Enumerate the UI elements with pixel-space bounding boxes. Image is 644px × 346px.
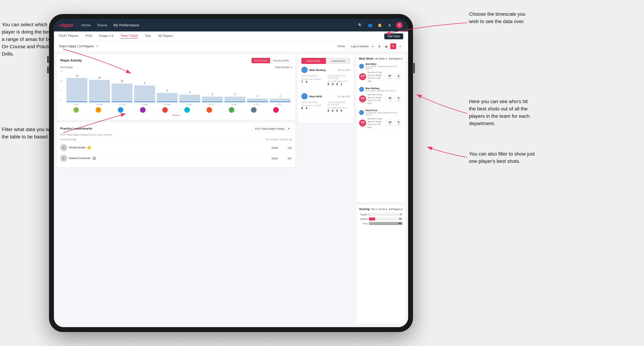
sub-nav-right: Add Team bbox=[384, 33, 403, 39]
add-team-button[interactable]: Add Team bbox=[384, 33, 403, 39]
scoring-bar-fill bbox=[369, 217, 375, 220]
rank-badge: 1 bbox=[88, 146, 91, 149]
view-heart-button[interactable]: ♥ bbox=[390, 43, 396, 49]
chart-bar-D.Ford: 10 D. Ford bbox=[112, 80, 132, 105]
player-avatar bbox=[301, 67, 308, 73]
tab-on-course[interactable]: On Course bbox=[252, 58, 270, 63]
shot-distances: 67 yds 0 yds bbox=[386, 73, 402, 80]
sub-nav: PGAT Players PGA Hcaps 1-5 Team Clippd T… bbox=[54, 31, 408, 41]
chevron-down-icon: ▾ bbox=[401, 208, 402, 211]
chevron-right-icon[interactable]: › bbox=[402, 111, 402, 114]
player-avatar-9[interactable]: L bbox=[273, 107, 279, 113]
shot-details: Shot Dist: 16 ydsStart Lie: RoughEnd Lie… bbox=[368, 117, 385, 129]
nav-link-teams[interactable]: Teams bbox=[97, 23, 107, 27]
nav-link-myperformance[interactable]: My Performance bbox=[114, 23, 139, 27]
player-name: David Ford bbox=[366, 109, 402, 112]
pb-score: 18/20 bbox=[264, 157, 278, 160]
bar-accent bbox=[180, 102, 200, 102]
player-avatar-0[interactable]: B bbox=[73, 107, 79, 113]
people-icon[interactable]: 👥 bbox=[367, 22, 373, 28]
view-card-button[interactable]: ▦ bbox=[383, 43, 389, 49]
scoring-header: Scoring Par 3, 4 & 5s ▾ All Players ▾ bbox=[359, 208, 402, 211]
shot-entry: Matt Miller 09 Jun 2023 · Royal North De… bbox=[359, 63, 402, 85]
scoring-players-filter[interactable]: All Players ▾ bbox=[389, 208, 402, 211]
table-row: E Edward Crossman 2 18/20 107 bbox=[60, 153, 292, 164]
chevron-right-icon[interactable]: › bbox=[402, 65, 402, 68]
bar-fill bbox=[202, 97, 223, 102]
subnav-pgat-players[interactable]: PGAT Players bbox=[59, 34, 78, 38]
subnav-all-players[interactable]: All Players bbox=[158, 34, 173, 38]
tab-least-active[interactable]: Least Active bbox=[326, 58, 350, 64]
course-info: 09 Jun 2023 · Royal North Devon GC, Hole… bbox=[366, 65, 402, 70]
best-shots-players-filter[interactable]: All Players ▾ bbox=[389, 57, 402, 60]
bar-fill bbox=[134, 85, 155, 102]
table-row: R Richard Butler 1 19/20 110 bbox=[60, 142, 292, 153]
tab-most-active[interactable]: Most Active bbox=[301, 58, 326, 64]
player-avatar-2[interactable]: D bbox=[118, 107, 123, 113]
nav-links: Home Teams My Performance bbox=[82, 23, 357, 27]
annotation-top-right: Choose the timescale you wish to see the… bbox=[469, 10, 528, 25]
player-activity-header: Player Activity On Course Practice Drill… bbox=[60, 58, 292, 63]
chart-bar-O.Billingham: 4 O. Billingham bbox=[180, 91, 200, 105]
left-column: Player Activity On Course Practice Drill… bbox=[57, 54, 296, 324]
player-avatar-1[interactable]: B bbox=[96, 107, 101, 113]
player-avatar: E bbox=[60, 155, 67, 162]
on-course-label: On Course bbox=[60, 66, 73, 69]
subnav-team-clippd[interactable]: Team Clippd bbox=[120, 34, 138, 39]
player-avatar-4[interactable]: E bbox=[162, 107, 168, 113]
add-circle-icon[interactable]: ⊕ bbox=[386, 22, 393, 28]
user-avatar-icon[interactable]: A bbox=[396, 22, 402, 28]
player-date: 02 Sep 2023 bbox=[338, 95, 350, 98]
middle-column: Most Active Least Active Blair McHarg 26… bbox=[298, 54, 354, 324]
subnav-tour[interactable]: Tour bbox=[145, 34, 151, 38]
player-avatar-6[interactable]: R bbox=[206, 107, 212, 113]
scoring-category-label: Eagles bbox=[359, 213, 368, 216]
most-active-card: Most Active Least Active Blair McHarg 26… bbox=[298, 54, 354, 123]
bar-fill bbox=[112, 84, 132, 102]
power-button[interactable] bbox=[413, 63, 415, 73]
chevron-right-icon[interactable]: › bbox=[402, 88, 402, 91]
bar-fill bbox=[224, 97, 245, 102]
nav-icons: 🔍 👥 🔔 ⊕ A bbox=[357, 22, 402, 28]
subnav-pga[interactable]: PGA bbox=[86, 34, 92, 38]
best-shots-title: Best Shots bbox=[359, 57, 374, 60]
col-player-name: PLAYER NAME bbox=[60, 138, 264, 141]
edit-icon[interactable]: ✎ bbox=[96, 45, 98, 48]
view-list-button[interactable]: ≡ bbox=[397, 43, 403, 49]
tab-practice-drills[interactable]: Practice Drills bbox=[270, 58, 292, 63]
dist-secondary: 0 yds bbox=[395, 73, 402, 80]
player-avatar-7[interactable]: M bbox=[229, 107, 234, 113]
subnav-hcaps[interactable]: Hcaps 1-5 bbox=[99, 34, 114, 38]
col-pb-score: PB SCORE bbox=[264, 138, 278, 141]
scoring-filter[interactable]: Par 3, 4 & 5s ▾ bbox=[371, 208, 387, 211]
scoring-bar-fill bbox=[369, 222, 402, 225]
volume-down-button[interactable] bbox=[47, 66, 49, 73]
total-rounds-filter[interactable]: Total Rounds ▾ bbox=[275, 66, 292, 69]
chevron-down-icon: ▾ bbox=[291, 66, 292, 69]
chevron-down-icon: ▾ bbox=[386, 208, 387, 211]
player-avatar: R bbox=[60, 144, 67, 151]
best-shots-players-label: All Players bbox=[389, 57, 400, 60]
annotation-right-bottom: You can also filter to show just one pla… bbox=[469, 150, 536, 165]
leaderboard-dropdown[interactable]: PUTT Must Make Putting ... ▾ bbox=[253, 126, 292, 131]
scoring-filter-label: Par 3, 4 & 5s bbox=[371, 208, 385, 211]
rank-badge: 2 bbox=[92, 157, 96, 160]
view-grid-button[interactable]: ⊞ bbox=[376, 43, 382, 49]
player-avatar-5[interactable]: O bbox=[184, 107, 190, 113]
player-avatar-8[interactable]: E bbox=[251, 107, 256, 113]
search-icon[interactable]: 🔍 bbox=[357, 22, 363, 28]
best-shots-header: Best Shots All Shots ▾ All Players ▾ bbox=[359, 57, 402, 60]
player-name: Blair McHarg bbox=[366, 87, 396, 90]
nav-logo: clippd bbox=[60, 22, 73, 28]
player-avatar bbox=[359, 110, 364, 115]
best-shots-filter[interactable]: All Shots ▾ bbox=[375, 57, 387, 60]
bell-icon[interactable]: 🔔 bbox=[376, 22, 383, 28]
show-dropdown[interactable]: Last 3 months bbox=[348, 43, 374, 49]
nav-link-home[interactable]: Home bbox=[82, 23, 91, 27]
player-avatar-3[interactable]: J bbox=[140, 107, 146, 113]
volume-up-button[interactable] bbox=[47, 56, 49, 63]
leaderboard-title: Practice Leaderboards bbox=[60, 127, 92, 130]
scoring-bars: Eagles 3 Birdies 96 Pars 499 bbox=[359, 213, 402, 225]
bar-accent bbox=[112, 102, 132, 102]
course-info: 23 Jul 2023 · Ashridge GC, Hole 15 bbox=[366, 90, 396, 92]
